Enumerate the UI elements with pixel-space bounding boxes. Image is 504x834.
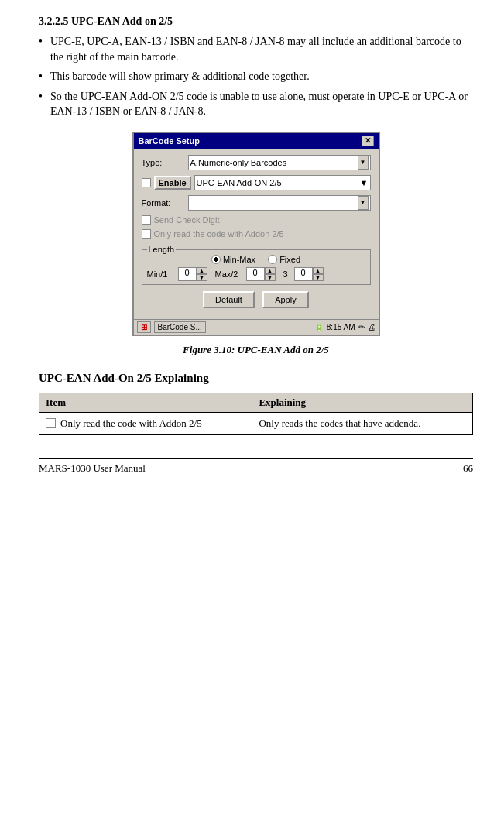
format-row: Format: ▼ (142, 195, 371, 211)
bullet-item-1: UPC-E, UPC-A, EAN-13 / ISBN and EAN-8 / … (39, 34, 473, 64)
length-spinners: Min/1 0 ▲ ▼ Max/2 0 ▲ ▼ (147, 267, 365, 281)
max-arrows[interactable]: ▲ ▼ (265, 267, 276, 281)
col-explaining-header: Explaining (252, 393, 473, 412)
only-read-label: Only read the code with Addon 2/5 (154, 229, 284, 239)
taskbar-time: 8:15 AM (327, 323, 355, 331)
min-label: Min/1 (147, 269, 175, 279)
battery-icon: 🔋 (314, 323, 324, 331)
taskbar-start[interactable]: ⊞ (137, 321, 151, 333)
min-up-arrow[interactable]: ▲ (197, 267, 207, 274)
explain-heading: UPC-EAN Add-On 2/5 Explaining (39, 372, 473, 385)
enable-checkbox[interactable] (142, 178, 151, 187)
explaining-cell: Only reads the codes that have addenda. (252, 412, 473, 434)
dialog-body: Type: A.Numeric-only Barcodes ▼ Enable U… (134, 149, 379, 319)
length-legend: Length (147, 245, 177, 254)
three-spinner[interactable]: 0 ▲ ▼ (294, 267, 324, 281)
send-check-label: Send Check Digit (154, 215, 220, 225)
default-button[interactable]: Default (203, 291, 255, 308)
col-item-header: Item (39, 393, 252, 412)
length-group: Length Min-Max Fixed Min/1 (142, 249, 371, 285)
type-label: Type: (142, 158, 188, 167)
table-row-checkbox[interactable] (46, 418, 56, 428)
taskbar-app-item[interactable]: BarCode S... (154, 321, 206, 333)
section-heading: 3.2.2.5 UPC-EAN Add on 2/5 (39, 15, 473, 28)
three-value[interactable]: 0 (294, 267, 313, 281)
max-down-arrow[interactable]: ▼ (265, 274, 276, 281)
fixed-label: Fixed (279, 255, 300, 264)
dialog-title-bar: BarCode Setup ✕ (134, 133, 379, 149)
dialog-box: BarCode Setup ✕ Type: A.Numeric-only Bar… (132, 132, 380, 336)
footer-left: MARS-1030 User Manual (39, 462, 146, 475)
send-check-row: Send Check Digit (142, 215, 371, 225)
length-radio-row: Min-Max Fixed (147, 255, 365, 264)
table-header-row: Item Explaining (39, 393, 473, 412)
min-value[interactable]: 0 (178, 267, 197, 281)
taskbar-icon1: ✏ (358, 323, 365, 331)
min-down-arrow[interactable]: ▼ (197, 274, 207, 281)
bullet-list: UPC-E, UPC-A, EAN-13 / ISBN and EAN-8 / … (39, 34, 473, 119)
fixed-radio[interactable]: Fixed (268, 255, 300, 264)
minmax-label: Min-Max (223, 255, 255, 264)
enable-button[interactable]: Enable (154, 176, 191, 190)
format-select[interactable]: ▼ (188, 195, 371, 211)
taskbar-icon2: 🖨 (368, 323, 375, 331)
minmax-radio-circle[interactable] (211, 255, 221, 264)
dialog-container: BarCode Setup ✕ Type: A.Numeric-only Bar… (39, 132, 473, 336)
min-arrows[interactable]: ▲ ▼ (197, 267, 207, 281)
explain-table: Item Explaining Only read the code with … (39, 393, 473, 435)
enable-select-arrow[interactable]: ▼ (360, 178, 369, 187)
dialog-close-button[interactable]: ✕ (362, 136, 374, 146)
format-label: Format: (142, 198, 188, 208)
windows-logo: ⊞ (141, 323, 147, 331)
item-text: Only read the code with Addon 2/5 (60, 417, 202, 430)
item-cell: Only read the code with Addon 2/5 (39, 412, 252, 434)
minmax-radio[interactable]: Min-Max (211, 255, 255, 264)
enable-row: Enable UPC-EAN Add-ON 2/5 ▼ (142, 175, 371, 190)
max-up-arrow[interactable]: ▲ (265, 267, 276, 274)
dialog-buttons: Default Apply (142, 291, 371, 308)
format-select-arrow[interactable]: ▼ (358, 196, 369, 210)
type-row: Type: A.Numeric-only Barcodes ▼ (142, 155, 371, 170)
min-spinner[interactable]: 0 ▲ ▼ (178, 267, 207, 281)
three-up-arrow[interactable]: ▲ (313, 267, 324, 274)
dialog-taskbar: ⊞ BarCode S... 🔋 8:15 AM ✏ 🖨 (134, 319, 379, 335)
three-arrows[interactable]: ▲ ▼ (313, 267, 324, 281)
figure-caption: Figure 3.10: UPC-EAN Add on 2/5 (39, 344, 473, 356)
send-check-checkbox[interactable] (142, 215, 151, 225)
apply-button[interactable]: Apply (262, 291, 309, 308)
only-read-row: Only read the code with Addon 2/5 (142, 229, 371, 239)
table-checkbox-row: Only read the code with Addon 2/5 (46, 417, 245, 430)
type-select-arrow[interactable]: ▼ (358, 156, 369, 170)
taskbar-clock: 🔋 8:15 AM ✏ 🖨 (314, 323, 375, 331)
max-label: Max/2 (215, 269, 243, 279)
type-select[interactable]: A.Numeric-only Barcodes ▼ (188, 155, 371, 170)
max-spinner[interactable]: 0 ▲ ▼ (246, 267, 276, 281)
table-row: Only read the code with Addon 2/5 Only r… (39, 412, 473, 434)
page-footer: MARS-1030 User Manual 66 (39, 458, 473, 475)
only-read-checkbox[interactable] (142, 229, 151, 239)
footer-right: 66 (463, 462, 473, 475)
max-value[interactable]: 0 (246, 267, 265, 281)
type-select-value: A.Numeric-only Barcodes (190, 158, 287, 167)
enable-select[interactable]: UPC-EAN Add-ON 2/5 ▼ (194, 175, 371, 190)
bullet-item-3: So the UPC-EAN Add-ON 2/5 code is unable… (39, 89, 473, 119)
three-label: 3 (283, 269, 291, 279)
fixed-radio-circle[interactable] (268, 255, 277, 264)
dialog-title: BarCode Setup (139, 136, 200, 146)
enable-select-value: UPC-EAN Add-ON 2/5 (197, 178, 282, 187)
three-down-arrow[interactable]: ▼ (313, 274, 324, 281)
bullet-item-2: This barcode will show primary & additio… (39, 69, 473, 84)
